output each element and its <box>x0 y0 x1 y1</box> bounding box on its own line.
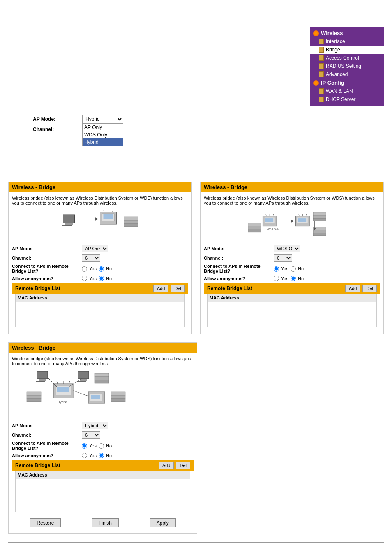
svg-line-10 <box>113 210 113 212</box>
svg-rect-7 <box>104 214 113 219</box>
hybrid-no-label: No <box>106 443 112 448</box>
ap-only-connect-yes-radio[interactable] <box>82 266 87 272</box>
nav-access-control[interactable]: Access Control <box>310 54 384 62</box>
hybrid-rbl-btns: Add Del <box>159 462 190 469</box>
hybrid-channel-row: Channel: 6 <box>12 431 194 439</box>
svg-rect-37 <box>313 233 326 236</box>
ap-only-channel-select[interactable]: 6 <box>82 254 100 262</box>
hybrid-anon-row: Allow anonymous? Yes No <box>12 453 194 458</box>
svg-line-8 <box>104 210 104 212</box>
two-col-panels: Wireless - Bridge Wireless bridge (also … <box>8 182 384 334</box>
content-area: Wireless - Bridge Wireless bridge (also … <box>0 182 392 534</box>
svg-line-20 <box>266 214 267 216</box>
hybrid-connect-row: Connect to APs in Remote Bridge List? Ye… <box>12 441 194 451</box>
nav-wan-lan[interactable]: WAN & LAN <box>310 87 384 95</box>
svg-marker-4 <box>95 217 99 221</box>
wds-add-btn[interactable]: Add <box>345 285 361 292</box>
hybrid-anon-yes-label: Yes <box>89 453 97 458</box>
option-hybrid-sel[interactable]: Hybrid <box>83 138 123 146</box>
nav-interface[interactable]: Interface <box>310 37 384 46</box>
hybrid-add-btn[interactable]: Add <box>159 462 174 469</box>
wan-doc-icon <box>319 88 324 94</box>
svg-rect-32 <box>313 212 326 215</box>
wds-only-header: Wireless - Bridge <box>201 182 383 192</box>
wds-apmode-select[interactable]: WDS Only <box>274 245 300 252</box>
svg-rect-14 <box>248 223 261 226</box>
ap-only-anon-yes-radio[interactable] <box>82 276 87 281</box>
ap-only-no-label: No <box>106 266 112 271</box>
wds-channel-row: Channel: 6 <box>204 254 380 262</box>
hybrid-diagram: Hybrid <box>12 369 194 419</box>
nav-radius-setting[interactable]: RADIUS Setting <box>310 62 384 70</box>
option-ap-only[interactable]: AP Only <box>83 124 123 131</box>
hybrid-del-btn[interactable]: Del <box>176 462 190 469</box>
svg-rect-42 <box>39 379 46 381</box>
wds-anon-yes-label: Yes <box>281 276 288 281</box>
nav-bridge[interactable]: Bridge <box>310 46 384 54</box>
svg-rect-0 <box>63 215 75 223</box>
hybrid-connect-yes-radio[interactable] <box>82 443 87 449</box>
ap-only-del-btn[interactable]: Del <box>171 285 185 292</box>
svg-rect-13 <box>124 223 138 227</box>
nav-wireless-header[interactable]: Wireless <box>310 29 384 37</box>
wds-apmode-label: AP Mode: <box>204 246 274 251</box>
wds-connect-row: Connect to APs in Remote Bridge List? Ye… <box>204 264 380 274</box>
ap-only-rbl-body <box>16 302 184 327</box>
wds-anon-no-label: No <box>298 276 304 281</box>
svg-line-54 <box>48 378 57 387</box>
wds-connect-label: Connect to APs in Remote Bridge List? <box>204 264 274 274</box>
radius-doc-icon <box>319 63 324 69</box>
ap-only-anon-no-label: No <box>106 276 112 281</box>
wds-only-svg: WDS Only <box>204 209 380 242</box>
svg-rect-12 <box>124 220 138 223</box>
nav-ipconfig-header[interactable]: IP Config <box>310 78 384 87</box>
option-wds-only[interactable]: WDS Only <box>83 131 123 138</box>
ap-only-channel-label: Channel: <box>12 256 82 260</box>
svg-marker-25 <box>291 220 294 223</box>
hybrid-anon-label: Allow anonymous? <box>12 453 82 458</box>
ap-only-apmode-select[interactable]: AP Only <box>82 245 108 252</box>
ap-only-connect-radio: Yes No <box>82 266 112 272</box>
svg-line-29 <box>299 214 300 216</box>
wds-anon-yes-radio[interactable] <box>274 276 279 281</box>
svg-text:Hybrid: Hybrid <box>58 400 67 404</box>
hybrid-connect-radio: Yes No <box>82 443 112 449</box>
nav-dhcp-server[interactable]: DHCP Server <box>310 95 384 104</box>
ap-only-add-btn[interactable]: Add <box>153 285 169 292</box>
ap-only-rbl-header: Remote Bridge List Add Del <box>12 283 188 294</box>
wds-rbl-header: Remote Bridge List Add Del <box>204 283 380 294</box>
wds-connect-no-radio[interactable] <box>291 266 296 272</box>
wds-channel-select[interactable]: 6 <box>274 254 292 262</box>
wds-rbl-btns: Add Del <box>345 285 377 292</box>
ap-only-rbl-table: MAC Address <box>15 294 185 327</box>
ap-only-yes-label: Yes <box>89 266 97 271</box>
svg-rect-28 <box>298 218 307 222</box>
restore-btn[interactable]: Restore <box>30 518 61 527</box>
finish-btn[interactable]: Finish <box>92 518 119 527</box>
apply-btn[interactable]: Apply <box>150 518 176 527</box>
svg-rect-43 <box>36 381 45 382</box>
wireless-icon <box>313 30 319 36</box>
ap-only-connect-no-radio[interactable] <box>99 266 104 272</box>
svg-rect-33 <box>313 215 326 218</box>
ap-only-header: Wireless - Bridge <box>9 182 191 192</box>
hybrid-apmode-select[interactable]: Hybrid <box>82 422 108 429</box>
ap-only-anon-no-radio[interactable] <box>99 276 104 281</box>
hybrid-connect-no-radio[interactable] <box>99 443 104 449</box>
wds-anon-row: Allow anonymous? Yes No <box>204 276 380 281</box>
hybrid-panel: Wireless - Bridge Wireless bridge (also … <box>8 342 197 534</box>
svg-rect-2 <box>62 225 72 226</box>
wds-only-diagram: WDS Only <box>204 209 380 242</box>
wds-connect-yes-radio[interactable] <box>274 266 279 272</box>
wds-del-btn[interactable]: Del <box>362 285 377 292</box>
hybrid-anon-no-radio[interactable] <box>99 453 104 458</box>
hybrid-channel-select[interactable]: 6 <box>82 431 100 439</box>
nav-advanced[interactable]: Advanced <box>310 70 384 78</box>
hybrid-anon-yes-radio[interactable] <box>82 453 87 458</box>
apmode-select[interactable]: Hybrid <box>82 115 123 123</box>
wds-channel-label: Channel: <box>204 256 274 260</box>
interface-doc-icon <box>319 39 324 44</box>
hybrid-apmode-row: AP Mode: Hybrid <box>12 422 194 429</box>
svg-rect-58 <box>27 398 41 402</box>
wds-anon-no-radio[interactable] <box>291 276 296 281</box>
